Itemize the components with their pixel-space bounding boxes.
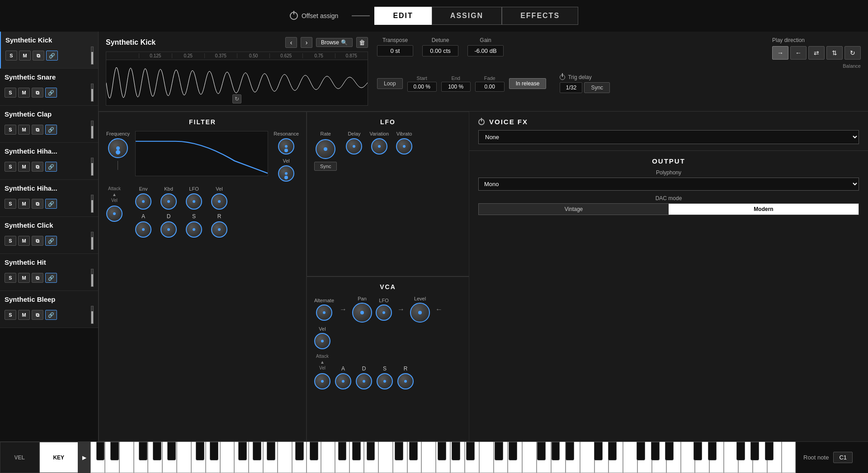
- sidebar-item-1[interactable]: Synthetic Snare S M ⧉ 🔗: [0, 69, 98, 106]
- black-key[interactable]: [267, 442, 275, 460]
- filter-vel-knob[interactable]: [278, 165, 294, 182]
- vca-d-knob[interactable]: [356, 373, 372, 389]
- black-key[interactable]: [409, 442, 418, 460]
- volume-slider-3[interactable]: [91, 158, 94, 176]
- fade-value[interactable]: 0.00: [475, 82, 505, 92]
- white-key[interactable]: [378, 442, 393, 473]
- waveform-refresh-btn[interactable]: ↻: [232, 94, 241, 103]
- white-key[interactable]: [623, 442, 637, 473]
- black-key[interactable]: [566, 442, 574, 460]
- volume-slider-2[interactable]: [91, 121, 94, 139]
- solo-btn-6[interactable]: S: [5, 273, 16, 283]
- browse-btn[interactable]: Browse 🔍: [316, 38, 353, 47]
- next-sample-btn[interactable]: ›: [301, 37, 312, 48]
- sidebar-item-7[interactable]: Synthetic Bleep S M ⧉ 🔗: [0, 291, 98, 328]
- copy-btn-0[interactable]: ⧉: [33, 51, 44, 61]
- black-key[interactable]: [651, 442, 660, 460]
- dac-vintage-btn[interactable]: Vintage: [479, 204, 669, 215]
- sidebar-item-5[interactable]: Synthetic Click S M ⧉ 🔗: [0, 217, 98, 254]
- black-key[interactable]: [310, 442, 318, 460]
- power-icon[interactable]: [290, 12, 298, 20]
- link-btn-4[interactable]: 🔗: [45, 199, 57, 209]
- black-key[interactable]: [750, 442, 759, 460]
- mute-btn-5[interactable]: M: [18, 236, 30, 246]
- filter-attack-knob[interactable]: [106, 206, 123, 222]
- link-btn-2[interactable]: 🔗: [45, 125, 57, 135]
- white-key[interactable]: [220, 442, 235, 473]
- vca-r-knob[interactable]: [397, 373, 414, 389]
- black-key[interactable]: [367, 442, 375, 460]
- black-key[interactable]: [338, 442, 347, 460]
- play-dir-backward[interactable]: ←: [790, 46, 807, 60]
- solo-btn-2[interactable]: S: [5, 125, 16, 135]
- black-key[interactable]: [295, 442, 304, 460]
- play-dir-loop[interactable]: ↻: [844, 46, 861, 60]
- filter-s-knob[interactable]: [186, 221, 202, 238]
- black-key[interactable]: [253, 442, 261, 460]
- mute-btn-1[interactable]: M: [18, 88, 30, 98]
- mute-btn-3[interactable]: M: [18, 162, 30, 172]
- prev-sample-btn[interactable]: ‹: [285, 37, 297, 48]
- white-key[interactable]: [177, 442, 191, 473]
- start-value[interactable]: 0.00 %: [407, 82, 437, 92]
- solo-btn-4[interactable]: S: [5, 199, 16, 209]
- mute-btn-4[interactable]: M: [18, 199, 30, 209]
- black-key[interactable]: [537, 442, 546, 460]
- white-key[interactable]: [278, 442, 292, 473]
- lfo-vibrato-knob[interactable]: [396, 138, 412, 155]
- black-key[interactable]: [395, 442, 403, 460]
- vca-a-knob[interactable]: [335, 373, 351, 389]
- mute-btn-7[interactable]: M: [18, 310, 30, 320]
- black-key[interactable]: [139, 442, 147, 460]
- solo-btn-7[interactable]: S: [5, 310, 16, 320]
- black-key[interactable]: [495, 442, 503, 460]
- white-key[interactable]: [421, 442, 436, 473]
- gain-value[interactable]: -6.00 dB: [467, 45, 504, 56]
- solo-btn-0[interactable]: S: [5, 51, 17, 61]
- solo-btn-1[interactable]: S: [5, 88, 16, 98]
- vel-tab[interactable]: VEL: [0, 442, 39, 473]
- black-key[interactable]: [552, 442, 560, 460]
- sidebar-item-6[interactable]: Synthetic Hit S M ⧉ 🔗: [0, 254, 98, 291]
- link-btn-0[interactable]: 🔗: [46, 51, 58, 61]
- keyboard-play-btn[interactable]: ▶: [78, 442, 90, 473]
- copy-btn-3[interactable]: ⧉: [32, 162, 43, 172]
- vca-vel-knob[interactable]: [314, 333, 330, 349]
- play-dir-pingpong[interactable]: ⇄: [808, 46, 825, 60]
- lfo-sync-btn[interactable]: Sync: [314, 162, 337, 171]
- vca-pan-knob[interactable]: [352, 303, 372, 323]
- lfo-variation-knob[interactable]: [371, 138, 387, 155]
- black-key[interactable]: [238, 442, 247, 460]
- volume-slider-0[interactable]: [91, 47, 94, 65]
- voice-fx-select[interactable]: None Chorus Flanger Phaser: [478, 130, 859, 144]
- link-btn-1[interactable]: 🔗: [45, 88, 57, 98]
- lfo-delay-knob[interactable]: [346, 138, 362, 155]
- filter-lfo-knob[interactable]: [186, 193, 202, 210]
- link-btn-5[interactable]: 🔗: [45, 236, 57, 246]
- copy-btn-4[interactable]: ⧉: [32, 199, 43, 209]
- transpose-value[interactable]: 0 st: [377, 45, 413, 56]
- sidebar-item-2[interactable]: Synthetic Clap S M ⧉ 🔗: [0, 106, 98, 143]
- mute-btn-2[interactable]: M: [18, 125, 30, 135]
- tab-assign[interactable]: ASSIGN: [432, 7, 502, 25]
- env-knob[interactable]: [135, 193, 151, 210]
- frequency-knob[interactable]: [108, 138, 128, 158]
- volume-slider-4[interactable]: [91, 195, 94, 213]
- copy-btn-6[interactable]: ⧉: [32, 273, 43, 283]
- link-btn-7[interactable]: 🔗: [45, 310, 57, 320]
- black-key[interactable]: [637, 442, 645, 460]
- black-key[interactable]: [438, 442, 446, 460]
- filter-d-knob[interactable]: [160, 221, 177, 238]
- detune-value[interactable]: 0.00 cts: [422, 45, 458, 56]
- black-key[interactable]: [452, 442, 460, 460]
- mute-btn-6[interactable]: M: [18, 273, 30, 283]
- black-key[interactable]: [665, 442, 674, 460]
- trig-delay-value[interactable]: 1/32: [560, 82, 582, 93]
- key-tab[interactable]: KEY: [39, 442, 79, 473]
- root-note-value[interactable]: C1: [833, 452, 853, 463]
- copy-btn-2[interactable]: ⧉: [32, 125, 43, 135]
- volume-slider-6[interactable]: [91, 269, 94, 287]
- vca-vel-knob2[interactable]: [314, 373, 330, 389]
- white-key[interactable]: [782, 442, 796, 473]
- sidebar-item-3[interactable]: Synthetic Hiha... S M ⧉ 🔗: [0, 143, 98, 180]
